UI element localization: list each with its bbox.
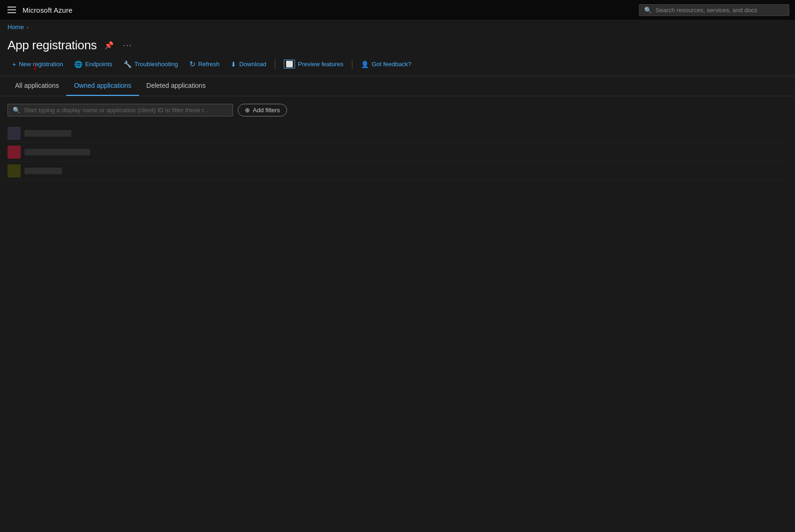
download-button[interactable]: ⬇ Download [226,58,271,70]
page-title: App registrations [8,38,97,53]
feedback-icon: 👤 [361,61,369,68]
troubleshooting-label: Troubleshooting [134,61,178,68]
add-filters-label: Add filters [253,107,280,114]
got-feedback-label: Got feedback? [372,61,412,68]
add-filters-icon: ⊕ [245,107,250,114]
top-navigation-bar: Microsoft Azure 🔍 [0,0,795,20]
troubleshooting-button[interactable]: 🔧 Troubleshooting [119,58,183,70]
pin-button[interactable]: 📌 [102,39,116,52]
filter-search-icon: 🔍 [13,107,20,114]
plus-icon: + [12,61,16,68]
more-options-button[interactable]: ··· [121,39,134,52]
toolbar-divider [275,60,275,69]
download-icon: ⬇ [231,61,236,68]
got-feedback-button[interactable]: 👤 Got feedback? [356,58,416,70]
hamburger-menu-button[interactable] [6,5,18,15]
brand-name: Microsoft Azure [23,6,72,14]
list-item[interactable] [8,124,787,143]
item-text-block-3 [24,168,62,174]
tab-all-applications[interactable]: All applications [8,76,66,96]
global-search-box[interactable]: 🔍 [639,4,789,16]
item-color-block-1 [8,127,21,140]
endpoints-label: Endpoints [85,61,112,68]
toolbar: + New registration 🌐 Endpoints 🔧 Trouble… [0,53,795,76]
filter-input-wrapper[interactable]: 🔍 [8,104,233,116]
content-area: 🔍 ⊕ Add filters [0,96,795,188]
red-arrow-annotation: ↓ [32,59,39,72]
item-text-block-1 [24,130,71,137]
search-icon: 🔍 [644,7,652,14]
list-item[interactable] [8,162,787,180]
top-bar-right: 🔍 [639,4,789,16]
list-item[interactable] [8,143,787,162]
download-label: Download [239,61,266,68]
new-registration-label: New registration [19,61,63,68]
refresh-icon: ↻ [189,60,195,69]
tab-deleted-applications[interactable]: Deleted applications [139,76,213,96]
application-list [8,124,787,180]
wrench-icon: 🔧 [124,61,132,68]
filter-input[interactable] [24,107,228,114]
preview-icon: ⬜ [284,60,295,69]
refresh-button[interactable]: ↻ Refresh [185,57,225,71]
refresh-label: Refresh [198,61,220,68]
item-color-block-2 [8,146,21,159]
item-text-block-2 [24,149,90,155]
page-header: App registrations 📌 ··· ↓ [0,34,795,53]
preview-features-label: Preview features [298,61,343,68]
pin-icon: 📌 [104,41,114,50]
globe-icon: 🌐 [74,61,82,68]
tabs-bar: All applications Owned applications Dele… [0,76,795,96]
endpoints-button[interactable]: 🌐 Endpoints [70,58,117,70]
toolbar-divider-2 [352,60,352,69]
breadcrumb-separator: › [27,24,29,30]
breadcrumb-home-link[interactable]: Home [8,23,24,31]
global-search-input[interactable] [655,7,784,14]
filter-bar: 🔍 ⊕ Add filters [8,104,787,116]
more-icon: ··· [123,41,132,50]
add-filters-button[interactable]: ⊕ Add filters [238,104,287,116]
item-color-block-3 [8,164,21,177]
tab-owned-applications[interactable]: Owned applications [66,76,139,96]
breadcrumb: Home › [0,20,795,34]
preview-features-button[interactable]: ⬜ Preview features [279,57,348,71]
